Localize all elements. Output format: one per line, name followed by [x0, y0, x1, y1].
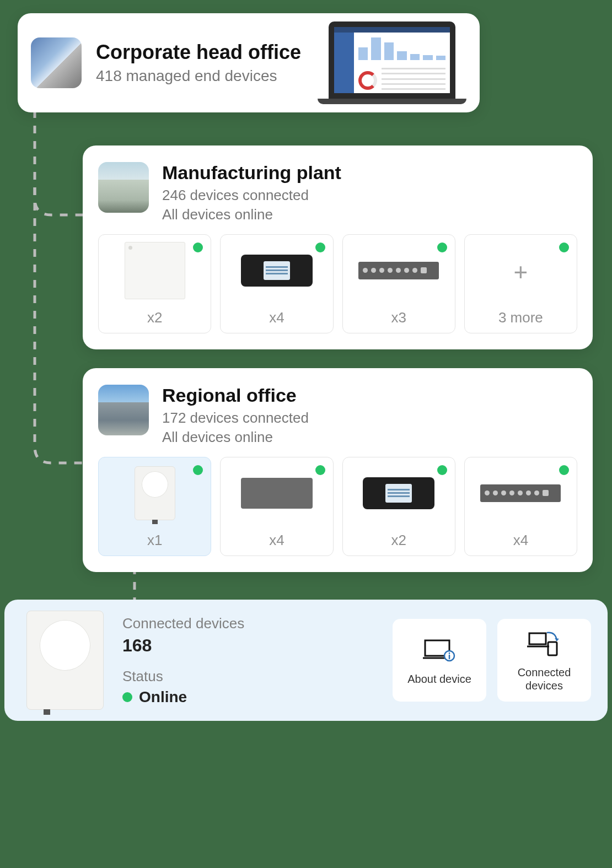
regional-device-count: 172 devices connected [162, 409, 309, 426]
tile-count: x4 [269, 532, 284, 549]
online-status-dot [315, 242, 325, 252]
online-status-dot [437, 465, 447, 475]
regional-device-tile-2[interactable]: x4 [220, 457, 333, 556]
plant-device-tile-2[interactable]: x4 [220, 234, 333, 333]
regional-device-tile-1[interactable]: x1 [98, 457, 211, 556]
tile-count: x4 [269, 309, 284, 326]
site-card-manufacturing: Manufacturing plant 246 devices connecte… [83, 145, 593, 349]
status-value: Online [139, 688, 187, 706]
gateway-icon [241, 478, 313, 509]
svg-rect-5 [529, 633, 546, 644]
tile-count: x4 [513, 532, 528, 549]
device-detail-panel: Connected devices 168 Status Online Abou… [4, 600, 608, 721]
regional-device-tile-3[interactable]: x2 [342, 457, 455, 556]
head-office-title: Corporate head office [96, 41, 303, 64]
status-label: Status [122, 668, 374, 685]
dashboard-laptop-graphic [318, 21, 466, 104]
tile-count: x2 [147, 309, 162, 326]
head-office-card: Corporate head office 418 managed end de… [18, 13, 480, 112]
access-point-icon [135, 466, 175, 520]
head-office-subtitle: 418 managed end devices [96, 67, 303, 85]
connected-devices-label: Connected devices [122, 615, 374, 632]
detail-device-graphic [26, 611, 104, 710]
office-thumb [98, 385, 149, 435]
head-office-thumb [31, 37, 82, 88]
about-device-icon [423, 635, 456, 666]
plant-device-tile-3[interactable]: x3 [342, 234, 455, 333]
plant-device-tile-1[interactable]: x2 [98, 234, 211, 333]
switch-icon [358, 262, 439, 279]
router-icon [241, 255, 313, 287]
tile-count: x2 [391, 532, 406, 549]
about-device-label: About device [407, 672, 471, 686]
tile-count: x3 [391, 309, 406, 326]
plant-title: Manufacturing plant [162, 162, 341, 184]
plus-icon: + [514, 258, 528, 286]
connected-devices-icon [527, 628, 561, 659]
site-card-regional: Regional office 172 devices connected Al… [83, 368, 593, 572]
connected-devices-value: 168 [122, 635, 374, 656]
connected-devices-button[interactable]: Connected devices [497, 619, 591, 702]
online-status-dot [315, 465, 325, 475]
online-status-dot [122, 692, 132, 702]
switch-icon [480, 484, 561, 502]
svg-marker-8 [555, 638, 559, 641]
about-device-button[interactable]: About device [393, 619, 486, 702]
online-status-dot [437, 242, 447, 252]
plant-device-count: 246 devices connected [162, 187, 309, 203]
access-point-icon [125, 242, 185, 299]
router-icon [363, 477, 434, 509]
regional-device-status: All devices online [162, 429, 273, 445]
svg-rect-7 [548, 642, 557, 655]
plant-device-tile-more[interactable]: + 3 more [464, 234, 577, 333]
plant-thumb [98, 162, 149, 213]
plant-device-status: All devices online [162, 206, 273, 223]
connected-devices-label: Connected devices [502, 666, 587, 692]
regional-title: Regional office [162, 385, 309, 406]
more-devices-label: 3 more [498, 309, 543, 326]
regional-device-tile-4[interactable]: x4 [464, 457, 577, 556]
tile-count: x1 [147, 532, 162, 549]
